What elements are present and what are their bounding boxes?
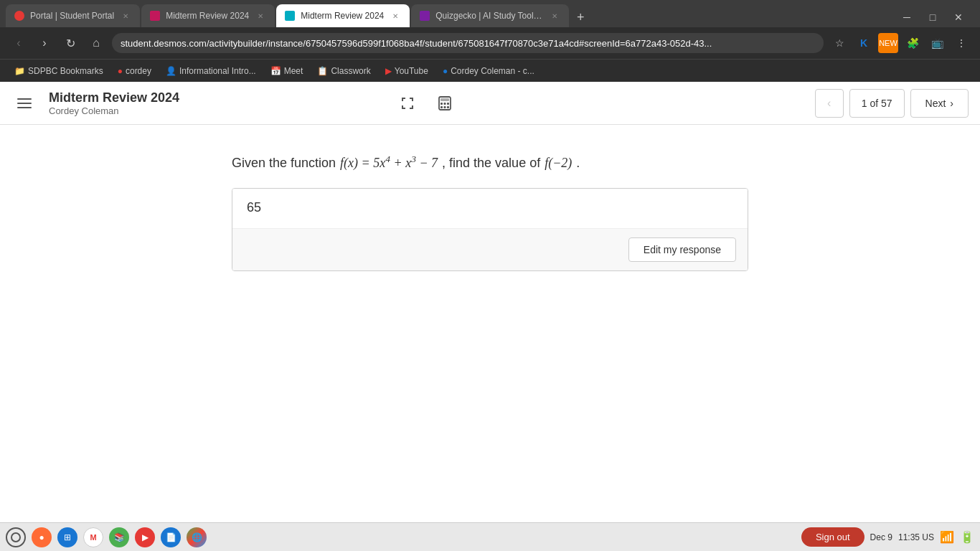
back-button[interactable]: ‹	[9, 33, 29, 53]
page-counter: 1 of 57	[849, 89, 905, 118]
browser-actions: ☆ K NEW 🧩 📺 ⋮	[829, 33, 971, 53]
bookmark-classwork[interactable]: 📋 Classwork	[311, 63, 376, 79]
taskbar-app1-icon[interactable]: ●	[32, 527, 52, 547]
header-navigation: ‹ 1 of 57 Next ›	[815, 89, 969, 118]
extension-k-button[interactable]: K	[854, 33, 874, 53]
taskbar-docs-icon[interactable]: 📄	[161, 527, 181, 547]
bookmark-youtube-label: YouTube	[395, 66, 428, 76]
bookmark-cordey-coleman-label: Cordey Coleman - c...	[451, 66, 534, 76]
tab-midterm2-close[interactable]: ✕	[390, 10, 401, 22]
function-expression: f(x) = 5x4 + x3 − 7	[340, 154, 438, 171]
taskbar-app2-icon[interactable]: ⊞	[57, 527, 77, 547]
minimize-button[interactable]: ─	[897, 7, 917, 27]
tab-midterm2-active[interactable]: Midterm Review 2024 ✕	[276, 4, 410, 27]
fullscreen-button[interactable]	[395, 90, 420, 116]
activity-title: Midterm Review 2024	[49, 90, 383, 105]
tabs-bar: Portal | Student Portal ✕ Midterm Review…	[0, 0, 980, 27]
sign-out-button[interactable]: Sign out	[801, 527, 864, 547]
answer-container: 65 Edit my response	[232, 188, 748, 271]
taskbar-youtube-icon[interactable]: ▶	[135, 527, 155, 547]
question-end: .	[576, 156, 580, 171]
tab-midterm1-close[interactable]: ✕	[255, 10, 266, 22]
hamburger-line-3	[17, 107, 32, 108]
extension-new-button[interactable]: NEW	[878, 33, 898, 53]
bookmark-cordey-icon: ●	[118, 66, 123, 76]
bookmark-cordey[interactable]: ● cordey	[112, 63, 157, 79]
tab-quizgecko-title: Quizgecko | AI Study Tools | Te...	[435, 11, 543, 21]
bookmarks-bar: 📁 SDPBC Bookmarks ● cordey 👤 Information…	[0, 59, 980, 82]
question-suffix: , find the value of	[442, 156, 540, 171]
svg-rect-3	[443, 103, 446, 105]
svg-rect-2	[440, 103, 443, 105]
extensions-button[interactable]: 🧩	[903, 33, 923, 53]
tab-portal-close[interactable]: ✕	[120, 10, 131, 22]
taskbar-gmail-icon[interactable]: M	[83, 527, 103, 547]
svg-rect-6	[443, 106, 446, 108]
wifi-icon: 📶	[940, 530, 954, 544]
bookmark-classwork-label: Classwork	[331, 66, 370, 76]
main-content: Given the function f(x) = 5x4 + x3 − 7 ,…	[0, 125, 980, 496]
hamburger-line-1	[17, 98, 32, 100]
bookmark-sdpbc[interactable]: 📁 SDPBC Bookmarks	[9, 63, 109, 79]
menu-button[interactable]: ⋮	[951, 33, 971, 53]
bookmark-meet[interactable]: 📅 Meet	[265, 63, 309, 79]
taskbar-left: ● ⊞ M 📚 ▶ 📄 🌐	[6, 527, 797, 547]
tab-midterm1-favicon	[150, 11, 160, 21]
tab-quizgecko[interactable]: Quizgecko | AI Study Tools | Te... ✕	[411, 4, 569, 27]
taskbar-right: Sign out Dec 9 11:35 US 📶 🔋	[801, 527, 974, 547]
taskbar-classroom-icon[interactable]: 📚	[109, 527, 129, 547]
next-page-button[interactable]: Next ›	[910, 89, 969, 118]
bookmark-informational-label: Informational Intro...	[179, 66, 256, 76]
address-input[interactable]	[112, 33, 824, 53]
address-bar: ‹ › ↻ ⌂ ☆ K NEW 🧩 📺 ⋮	[0, 27, 980, 59]
header-center-actions	[395, 90, 458, 116]
calculator-button[interactable]	[432, 90, 458, 116]
tab-quizgecko-close[interactable]: ✕	[549, 10, 560, 22]
bookmark-sdpbc-label: SDPBC Bookmarks	[28, 66, 103, 76]
home-button[interactable]: ⌂	[86, 33, 106, 53]
bookmark-informational[interactable]: 👤 Informational Intro...	[160, 63, 262, 79]
question-text: Given the function f(x) = 5x4 + x3 − 7 ,…	[232, 154, 748, 171]
bookmark-sdpbc-icon: 📁	[14, 66, 25, 76]
bookmark-star-button[interactable]: ☆	[829, 33, 849, 53]
edit-response-button[interactable]: Edit my response	[628, 237, 736, 262]
bookmark-meet-label: Meet	[284, 66, 303, 76]
taskbar-circle-icon[interactable]	[6, 527, 26, 547]
next-chevron-icon: ›	[950, 98, 953, 109]
tab-quizgecko-favicon	[420, 11, 430, 21]
next-label: Next	[925, 98, 946, 109]
header-title-block: Midterm Review 2024 Cordey Coleman	[49, 90, 383, 116]
bookmark-meet-icon: 📅	[270, 66, 281, 76]
tab-midterm1[interactable]: Midterm Review 2024 ✕	[141, 4, 275, 27]
taskbar-time: 11:35 US	[898, 532, 934, 542]
bookmark-informational-icon: 👤	[166, 66, 176, 76]
cast-button[interactable]: 📺	[927, 33, 947, 53]
svg-rect-7	[447, 106, 449, 108]
student-name: Cordey Coleman	[49, 105, 383, 116]
answer-display: 65	[232, 189, 748, 229]
bookmark-youtube-icon: ▶	[385, 66, 392, 76]
battery-icon: 🔋	[960, 530, 974, 544]
bookmark-cordey-coleman[interactable]: ● Cordey Coleman - c...	[437, 63, 540, 79]
maximize-button[interactable]: □	[923, 7, 943, 27]
new-tab-button[interactable]: +	[570, 7, 590, 27]
taskbar-chrome-icon[interactable]: 🌐	[187, 527, 207, 547]
tab-portal-favicon	[14, 11, 24, 21]
bookmark-youtube[interactable]: ▶ YouTube	[380, 63, 434, 79]
reload-button[interactable]: ↻	[60, 33, 80, 53]
tab-midterm2-favicon	[285, 11, 295, 21]
prev-page-button[interactable]: ‹	[815, 89, 844, 118]
question-prefix: Given the function	[232, 156, 336, 171]
answer-actions: Edit my response	[232, 229, 748, 270]
hamburger-line-2	[17, 103, 32, 104]
hamburger-menu-button[interactable]	[11, 90, 37, 116]
taskbar: ● ⊞ M 📚 ▶ 📄 🌐 Sign out Dec 9 11:35 US 📶 …	[0, 522, 980, 551]
forward-button[interactable]: ›	[34, 33, 55, 53]
tab-portal[interactable]: Portal | Student Portal ✕	[6, 4, 140, 27]
tab-midterm2-title: Midterm Review 2024	[301, 11, 384, 21]
close-window-button[interactable]: ✕	[948, 7, 969, 27]
tab-portal-title: Portal | Student Portal	[30, 11, 114, 21]
bookmark-cordey-coleman-icon: ●	[443, 66, 448, 76]
tab-midterm1-title: Midterm Review 2024	[166, 11, 249, 21]
bookmark-classwork-icon: 📋	[317, 66, 328, 76]
